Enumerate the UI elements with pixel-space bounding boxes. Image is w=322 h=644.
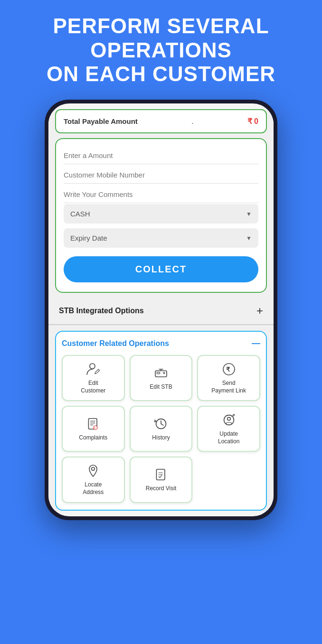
rupee-link-icon: ₹ bbox=[221, 362, 237, 377]
op-payment-link-label: SendPayment Link bbox=[211, 380, 246, 394]
op-update-location[interactable]: UpdateLocation bbox=[197, 406, 260, 452]
record-visit-icon bbox=[153, 467, 169, 482]
cash-dropdown[interactable]: CASH ▼ bbox=[64, 204, 258, 224]
svg-rect-2 bbox=[157, 372, 160, 373]
amount-input[interactable] bbox=[64, 151, 258, 159]
amount-field-wrapper bbox=[64, 146, 258, 164]
operations-section: Customer Related Operations — EditCustom… bbox=[55, 331, 267, 511]
phone-frame: Total Payable Amount . ₹ 0 CASH ▼ bbox=[45, 100, 277, 520]
stb-section: STB Integrated Options + bbox=[48, 298, 274, 325]
collapse-icon[interactable]: — bbox=[252, 338, 260, 348]
collect-button[interactable]: COLLECT bbox=[64, 256, 258, 282]
update-location-icon bbox=[221, 412, 237, 428]
op-edit-customer[interactable]: EditCustomer bbox=[62, 355, 125, 401]
svg-point-3 bbox=[163, 372, 165, 373]
person-edit-icon bbox=[85, 362, 101, 377]
comments-field-wrapper bbox=[64, 185, 258, 203]
op-locate-address[interactable]: LocateAddress bbox=[62, 457, 125, 503]
mobile-field-wrapper bbox=[64, 165, 258, 184]
op-history-label: History bbox=[152, 434, 170, 442]
screen-content: Total Payable Amount . ₹ 0 CASH ▼ bbox=[48, 109, 274, 511]
history-clock-icon bbox=[153, 416, 169, 431]
cash-dropdown-arrow: ▼ bbox=[246, 211, 252, 217]
svg-text:₹: ₹ bbox=[226, 366, 230, 373]
operations-header: Customer Related Operations — bbox=[62, 338, 260, 348]
expiry-dropdown[interactable]: Expiry Date ▼ bbox=[64, 228, 258, 248]
op-record-visit[interactable]: Record Visit bbox=[130, 457, 193, 503]
op-history[interactable]: History bbox=[130, 406, 193, 452]
locate-address-icon bbox=[85, 463, 101, 478]
total-payable-label: Total Payable Amount bbox=[64, 117, 138, 125]
op-complaints-label: Complaints bbox=[79, 434, 107, 442]
op-record-visit-label: Record Visit bbox=[146, 485, 176, 493]
expiry-dropdown-label: Expiry Date bbox=[70, 234, 107, 242]
complaints-icon: ! bbox=[85, 416, 101, 431]
svg-point-16 bbox=[227, 418, 230, 420]
total-payable-bar: Total Payable Amount . ₹ 0 bbox=[55, 109, 267, 133]
stb-plus-icon[interactable]: + bbox=[256, 304, 263, 317]
ops-grid: EditCustomer Edit STB bbox=[62, 355, 260, 503]
operations-title: Customer Related Operations bbox=[62, 339, 169, 348]
total-payable-sep: . bbox=[191, 117, 193, 125]
svg-point-17 bbox=[92, 467, 95, 470]
op-edit-stb-label: Edit STB bbox=[150, 383, 172, 391]
svg-text:!: ! bbox=[95, 426, 95, 429]
op-locate-address-label: LocateAddress bbox=[83, 481, 104, 496]
header: PERFORM SEVERAL OPERATIONS ON EACH CUSTO… bbox=[0, 0, 322, 96]
form-section: CASH ▼ Expiry Date ▼ COLLECT bbox=[55, 138, 267, 293]
op-edit-customer-label: EditCustomer bbox=[81, 380, 105, 394]
op-payment-link[interactable]: ₹ SendPayment Link bbox=[197, 355, 260, 401]
stb-label: STB Integrated Options bbox=[59, 307, 144, 315]
total-payable-value: ₹ 0 bbox=[247, 117, 258, 126]
phone-screen: Total Payable Amount . ₹ 0 CASH ▼ bbox=[48, 103, 274, 516]
svg-point-0 bbox=[90, 364, 95, 369]
header-title: PERFORM SEVERAL OPERATIONS ON EACH CUSTO… bbox=[9, 14, 313, 86]
comments-input[interactable] bbox=[64, 190, 258, 198]
op-complaints[interactable]: ! Complaints bbox=[62, 406, 125, 452]
stb-device-icon bbox=[153, 365, 169, 381]
mobile-input[interactable] bbox=[64, 171, 258, 179]
op-update-location-label: UpdateLocation bbox=[218, 430, 239, 445]
cash-dropdown-label: CASH bbox=[70, 210, 90, 218]
op-edit-stb[interactable]: Edit STB bbox=[130, 355, 193, 401]
expiry-dropdown-arrow: ▼ bbox=[246, 235, 252, 242]
